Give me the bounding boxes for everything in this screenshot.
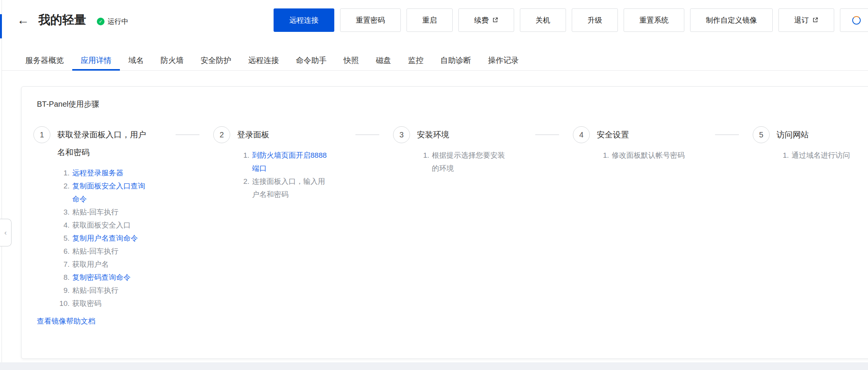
step-header: 5访问网站	[753, 126, 868, 144]
substep-number: 7.	[56, 258, 70, 271]
substep-number: 1.	[416, 149, 429, 175]
substep-text: 获取密码	[72, 297, 101, 310]
substep-number: 8.	[56, 271, 70, 284]
tab-bar: 服务器概览应用详情域名防火墙安全防护远程连接命令助手快照磁盘监控自助诊断操作记录	[17, 50, 527, 71]
step-substep: 2.复制面板安全入口查询命令	[56, 180, 213, 206]
substep-text: 根据提示选择您要安装的环境	[432, 149, 507, 175]
substep-text: 复制密码查询命令	[72, 271, 131, 284]
step-header: 1获取登录面板入口，用户名和密码	[33, 126, 213, 161]
lighthouse-instance-page: ‹ ← 我的轻量 运行中 远程连接重置密码重启续费关机升级重置系统制作自定义镜像…	[0, 0, 868, 370]
step-substep-list: 1.根据提示选择您要安装的环境	[416, 149, 573, 175]
tab-item[interactable]: 防火墙	[152, 50, 192, 71]
help-circle-icon	[852, 16, 861, 25]
step-number-circle: 3	[393, 126, 410, 143]
substep-number: 10.	[56, 297, 70, 310]
tab-item[interactable]: 远程连接	[240, 50, 287, 71]
step-title: 安全设置	[597, 126, 629, 144]
step-substep: 9.粘贴-回车执行	[56, 284, 213, 297]
status-label: 运行中	[108, 17, 128, 26]
left-divider	[2, 0, 2, 370]
usage-step: 2登录面板1.到防火墙页面开启8888端口2.连接面板入口，输入用户名和密码	[213, 126, 393, 310]
action-button[interactable]: 退订	[778, 8, 834, 32]
step-title: 访问网站	[777, 126, 809, 144]
action-button-label: 升级	[588, 15, 602, 25]
substep-link[interactable]: 复制密码查询命令	[72, 273, 131, 281]
page-title: 我的轻量	[38, 12, 86, 28]
bottom-background-strip	[0, 362, 868, 370]
substep-text: 修改面板默认帐号密码	[612, 149, 685, 162]
action-button[interactable]: 重启	[407, 8, 453, 32]
substep-number: 1.	[56, 167, 70, 180]
substep-link[interactable]: 远程登录服务器	[72, 169, 123, 177]
substep-text: 获取面板安全入口	[72, 219, 131, 232]
step-substep-list: 1.修改面板默认帐号密码	[596, 149, 753, 162]
step-substep-list: 1.远程登录服务器2.复制面板安全入口查询命令3.粘贴-回车执行4.获取面板安全…	[56, 167, 213, 310]
substep-link[interactable]: 到防火墙页面开启8888端口	[252, 151, 327, 172]
action-button[interactable]: 续费	[458, 8, 514, 32]
app-detail-card: BT-Panel使用步骤 1获取登录面板入口，用户名和密码1.远程登录服务器2.…	[21, 86, 868, 359]
substep-text: 远程登录服务器	[72, 167, 123, 180]
substep-number: 9.	[56, 284, 70, 297]
substep-number: 4.	[56, 219, 70, 232]
tab-item[interactable]: 操作记录	[480, 50, 527, 71]
action-button-label: 重置密码	[356, 15, 385, 25]
step-substep: 5.复制用户名查询命令	[56, 232, 213, 245]
action-button[interactable]: 关机	[520, 8, 566, 32]
substep-link[interactable]: 复制面板安全入口查询命令	[72, 182, 145, 203]
step-number-circle: 1	[33, 126, 50, 143]
action-button[interactable]: 重置密码	[340, 8, 401, 32]
tab-item[interactable]: 磁盘	[367, 50, 400, 71]
action-button[interactable]: 远程连接	[274, 8, 334, 32]
step-header: 3安装环境	[393, 126, 573, 144]
step-number-circle: 5	[753, 126, 770, 143]
action-button-label: 重置系统	[639, 15, 669, 25]
substep-text: 到防火墙页面开启8888端口	[252, 149, 327, 175]
step-substep: 4.获取面板安全入口	[56, 219, 213, 232]
tab-item[interactable]: 命令助手	[287, 50, 335, 71]
usage-steps: 1获取登录面板入口，用户名和密码1.远程登录服务器2.复制面板安全入口查询命令3…	[33, 126, 862, 310]
usage-step: 5访问网站1.通过域名进行访问	[753, 126, 868, 310]
action-button[interactable]: 重置系统	[624, 8, 684, 32]
substep-text: 复制面板安全入口查询命令	[72, 180, 148, 206]
step-substep-list: 1.到防火墙页面开启8888端口2.连接面板入口，输入用户名和密码	[236, 149, 393, 201]
substep-number: 2.	[56, 180, 70, 206]
sidebar-active-indicator	[0, 14, 2, 38]
step-substep: 1.根据提示选择您要安装的环境	[416, 149, 573, 175]
substep-number: 6.	[56, 245, 70, 258]
step-header: 2登录面板	[213, 126, 393, 144]
overflow-action-button[interactable]	[840, 8, 868, 32]
panel-title: BT-Panel使用步骤	[37, 99, 862, 109]
step-substep: 3.粘贴-回车执行	[56, 206, 213, 219]
action-button-label: 续费	[474, 15, 489, 25]
substep-number: 1.	[236, 149, 249, 175]
tab-item[interactable]: 服务器概览	[17, 50, 72, 71]
step-title: 安装环境	[417, 126, 449, 144]
step-substep: 1.到防火墙页面开启8888端口	[236, 149, 393, 175]
status-badge: 运行中	[97, 17, 128, 26]
step-title: 获取登录面板入口，用户名和密码	[57, 126, 149, 161]
substep-text: 粘贴-回车执行	[72, 206, 118, 219]
tab-item[interactable]: 应用详情	[72, 50, 120, 71]
tab-item[interactable]: 安全防护	[192, 50, 240, 71]
substep-number: 1.	[596, 149, 609, 162]
external-link-icon	[812, 17, 818, 23]
substep-link[interactable]: 复制用户名查询命令	[72, 234, 138, 242]
action-buttons: 远程连接重置密码重启续费关机升级重置系统制作自定义镜像退订	[274, 8, 868, 32]
substep-number: 3.	[56, 206, 70, 219]
back-arrow-icon[interactable]: ←	[17, 14, 29, 26]
action-button[interactable]: 升级	[572, 8, 618, 32]
action-button[interactable]: 制作自定义镜像	[690, 8, 773, 32]
tab-item[interactable]: 快照	[335, 50, 367, 71]
substep-text: 连接面板入口，输入用户名和密码	[252, 175, 327, 201]
step-number-circle: 4	[573, 126, 590, 143]
tab-item[interactable]: 域名	[120, 50, 152, 71]
tab-item[interactable]: 自助诊断	[432, 50, 480, 71]
step-header: 4安全设置	[573, 126, 753, 144]
external-link-icon	[492, 17, 498, 23]
substep-number: 1.	[776, 149, 789, 162]
image-help-doc-link[interactable]: 查看镜像帮助文档	[37, 316, 95, 326]
action-button-label: 远程连接	[289, 15, 319, 25]
substep-number: 5.	[56, 232, 70, 245]
sidebar-collapse-handle[interactable]: ‹	[0, 219, 12, 246]
tab-item[interactable]: 监控	[400, 50, 432, 71]
